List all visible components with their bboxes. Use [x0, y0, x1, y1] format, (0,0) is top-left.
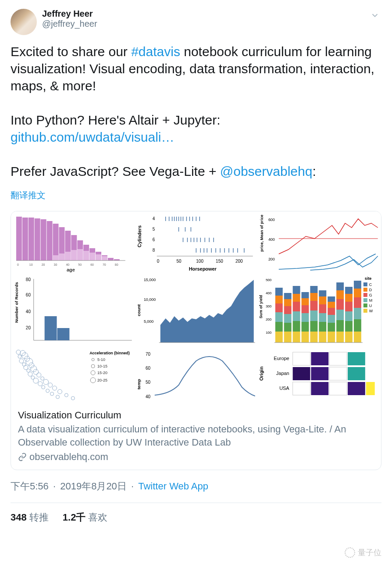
- likes-stat[interactable]: 1.2千喜欢: [63, 512, 108, 523]
- card-domain-text: observablehq.com: [29, 451, 108, 463]
- chart-accel-scatter: Acceleration (binned) 5-10 10-15 15-20 2…: [12, 348, 134, 403]
- svg-rect-128: [275, 296, 283, 303]
- svg-rect-130: [284, 332, 292, 343]
- svg-rect-127: [275, 303, 283, 312]
- svg-rect-126: [275, 312, 283, 322]
- meta-separator: ·: [53, 481, 56, 492]
- svg-point-203: [38, 382, 43, 386]
- svg-text:15,000: 15,000: [144, 278, 156, 282]
- svg-text:60: 60: [26, 293, 31, 297]
- svg-text:80: 80: [115, 263, 118, 266]
- svg-rect-139: [293, 302, 300, 311]
- svg-text:40: 40: [26, 309, 31, 314]
- svg-text:200: 200: [235, 259, 243, 264]
- svg-rect-183: [354, 281, 361, 289]
- svg-rect-125: [275, 322, 283, 332]
- svg-rect-172: [345, 332, 353, 343]
- svg-text:USA: USA: [279, 385, 289, 391]
- svg-text:70: 70: [103, 263, 106, 266]
- svg-rect-175: [345, 302, 353, 311]
- svg-text:200: 200: [268, 257, 275, 261]
- svg-rect-0: [16, 217, 22, 261]
- translate-link[interactable]: 翻译推文: [11, 189, 381, 201]
- svg-text:20-25: 20-25: [97, 378, 107, 382]
- svg-rect-137: [293, 321, 300, 332]
- more-caret[interactable]: [368, 9, 381, 22]
- svg-point-215: [92, 358, 94, 361]
- body-text: Excited to share our: [11, 44, 131, 59]
- tweet-date[interactable]: 2019年8月20日: [60, 481, 127, 492]
- svg-rect-168: [336, 310, 344, 320]
- svg-rect-180: [354, 308, 361, 319]
- chart-cylinders-strip: Cylinders 4568 050100150200 Horsepower: [135, 212, 257, 274]
- svg-text:G: G: [369, 293, 372, 297]
- svg-rect-114: [363, 288, 367, 292]
- svg-rect-141: [293, 286, 300, 294]
- svg-rect-1: [22, 218, 28, 261]
- source-app-link[interactable]: Twitter Web App: [138, 481, 208, 492]
- tweet-time[interactable]: 下午5:56: [11, 481, 49, 492]
- svg-rect-161: [328, 323, 335, 332]
- svg-rect-6: [53, 224, 59, 261]
- author-names[interactable]: Jeffrey Heer @jeffrey_heer: [42, 9, 363, 29]
- display-name: Jeffrey Heer: [42, 9, 363, 19]
- svg-rect-165: [328, 296, 335, 302]
- svg-rect-20: [71, 250, 77, 261]
- svg-rect-21: [77, 249, 83, 261]
- svg-rect-99: [57, 328, 70, 340]
- svg-rect-145: [302, 305, 309, 313]
- svg-rect-135: [284, 293, 292, 299]
- svg-rect-25: [102, 256, 107, 261]
- svg-text:80: 80: [26, 277, 31, 282]
- svg-text:C: C: [369, 282, 372, 287]
- svg-point-210: [57, 389, 62, 394]
- svg-rect-154: [319, 332, 327, 343]
- svg-rect-160: [328, 332, 335, 343]
- chart-temp-line: temp 70605040: [135, 348, 257, 403]
- retweets-stat[interactable]: 348转推: [11, 512, 49, 523]
- svg-text:15-20: 15-20: [97, 371, 107, 375]
- svg-text:5-10: 5-10: [97, 357, 105, 362]
- svg-rect-129: [275, 288, 283, 296]
- svg-rect-238: [330, 367, 347, 380]
- link-card[interactable]: age 01020304050607080 Cylinders 4568: [11, 211, 381, 470]
- svg-text:50: 50: [176, 259, 182, 264]
- svg-rect-181: [354, 297, 361, 308]
- svg-rect-155: [319, 322, 327, 332]
- svg-rect-233: [311, 352, 329, 365]
- svg-text:500: 500: [266, 278, 272, 282]
- svg-point-202: [41, 377, 44, 380]
- avatar[interactable]: [11, 9, 37, 35]
- svg-rect-236: [293, 367, 310, 380]
- chart-count-area: count 15,00010,0005,000: [135, 275, 257, 347]
- tweet-container: Jeffrey Heer @jeffrey_heer Excited to sh…: [0, 0, 392, 533]
- svg-rect-22: [83, 251, 89, 261]
- svg-rect-151: [310, 301, 318, 310]
- mention-link[interactable]: @observablehq: [220, 164, 313, 178]
- url-link[interactable]: github.com/uwdata/visuali…: [11, 130, 175, 144]
- svg-text:100: 100: [196, 259, 203, 264]
- svg-rect-159: [319, 290, 327, 296]
- svg-text:300: 300: [266, 304, 272, 308]
- svg-rect-131: [284, 323, 292, 332]
- svg-rect-23: [89, 253, 95, 261]
- svg-rect-118: [363, 298, 367, 302]
- meta-separator: ·: [131, 481, 134, 492]
- svg-rect-182: [354, 289, 361, 297]
- svg-rect-24: [96, 254, 101, 261]
- svg-text:Europe: Europe: [274, 356, 289, 361]
- svg-rect-164: [328, 302, 335, 308]
- svg-text:20: 20: [26, 325, 31, 330]
- svg-text:age: age: [67, 267, 75, 272]
- svg-rect-163: [328, 308, 335, 315]
- hashtag-link[interactable]: #datavis: [131, 44, 180, 59]
- svg-rect-242: [330, 382, 347, 395]
- body-text: :: [312, 164, 316, 178]
- svg-text:600: 600: [268, 218, 275, 222]
- chart-price-line: price, Mean of price 600400200: [258, 212, 380, 274]
- svg-point-200: [37, 373, 41, 377]
- svg-rect-167: [336, 320, 344, 332]
- svg-rect-237: [311, 367, 329, 380]
- svg-text:site: site: [365, 276, 371, 281]
- svg-text:count: count: [136, 304, 141, 316]
